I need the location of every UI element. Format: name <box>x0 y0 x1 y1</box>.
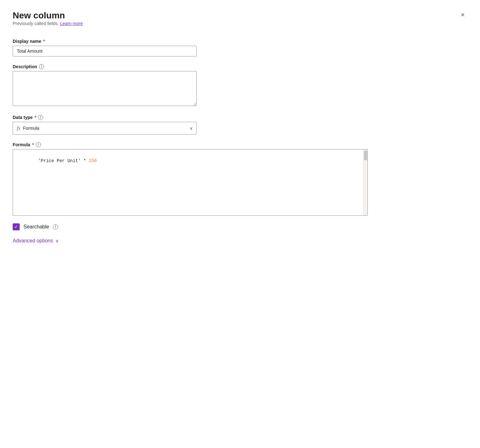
searchable-info-icon: i <box>53 224 58 229</box>
searchable-row: ✓ Searchable i <box>13 223 467 230</box>
data-type-label: Data type * i <box>13 115 197 120</box>
data-type-select-wrapper: fx Formula ∨ <box>13 122 197 135</box>
advanced-options-label: Advanced options <box>13 238 53 244</box>
display-name-required: * <box>43 39 45 44</box>
description-label: Description i <box>13 64 197 69</box>
formula-required: * <box>32 142 34 147</box>
searchable-label: Searchable <box>23 224 49 230</box>
formula-info-icon: i <box>36 142 41 147</box>
description-info-icon: i <box>39 64 44 69</box>
description-input[interactable] <box>13 71 197 106</box>
display-name-section: Display name * <box>13 39 197 56</box>
data-type-value: Formula <box>23 126 39 131</box>
data-type-required: * <box>35 115 36 120</box>
formula-string-part: 'Price Per Unit' <box>38 158 81 163</box>
formula-label: Formula * i <box>13 142 368 147</box>
searchable-checkbox-wrapper[interactable]: ✓ Searchable <box>13 223 49 230</box>
display-name-label: Display name * <box>13 39 197 44</box>
advanced-options-row[interactable]: Advanced options ∨ <box>13 238 467 244</box>
new-column-panel: New column Previously called fields. Lea… <box>0 0 480 448</box>
formula-scrollbar[interactable] <box>363 149 367 215</box>
check-icon: ✓ <box>14 225 18 229</box>
close-button[interactable]: × <box>458 10 467 20</box>
learn-more-link[interactable]: Learn more <box>60 21 83 26</box>
panel-title-area: New column Previously called fields. Lea… <box>13 10 83 36</box>
description-section: Description i <box>13 64 197 107</box>
formula-number-part: 150 <box>89 158 97 163</box>
panel-subtitle: Previously called fields. Learn more <box>13 21 83 26</box>
advanced-chevron-down-icon: ∨ <box>55 238 59 243</box>
formula-editor[interactable]: 'Price Per Unit' * 150 <box>13 149 368 216</box>
display-name-input[interactable] <box>13 46 197 56</box>
data-type-select[interactable]: fx Formula <box>13 122 197 135</box>
data-type-info-icon: i <box>38 115 43 120</box>
formula-scroll-thumb <box>364 151 367 160</box>
panel-title: New column <box>13 10 83 21</box>
searchable-checkbox[interactable]: ✓ <box>13 223 20 230</box>
formula-operator-part: * <box>81 158 89 163</box>
formula-section: Formula * i 'Price Per Unit' * 150 <box>13 142 368 216</box>
panel-header: New column Previously called fields. Lea… <box>13 10 467 36</box>
fx-icon: fx <box>17 125 21 131</box>
data-type-section: Data type * i fx Formula ∨ <box>13 115 197 135</box>
